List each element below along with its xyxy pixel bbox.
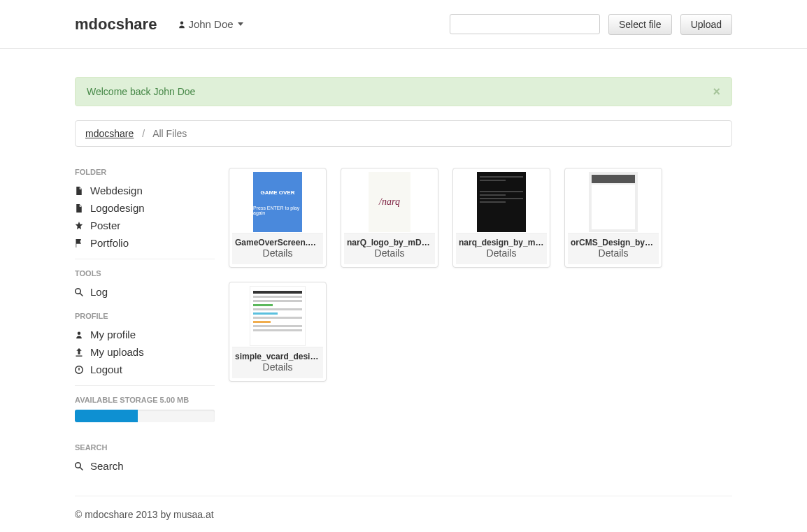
details-link[interactable]: Details — [235, 361, 320, 373]
tools-header: TOOLS — [75, 269, 215, 278]
sidebar-item-label: Poster — [90, 220, 120, 231]
storage-header: AVAILABLE STORAGE 5.00 MB — [75, 396, 215, 404]
footer-text: © mdocshare 2013 by musaa.at — [75, 509, 214, 520]
file-name: narq_design_by_mD_06.pn... — [459, 238, 544, 247]
search-icon — [75, 462, 85, 470]
sidebar-item-webdesign[interactable]: Webdesign — [75, 182, 215, 199]
file-icon — [75, 187, 85, 195]
thumbnail-image — [568, 171, 659, 233]
file-name: GameOverScreen.png — [235, 238, 320, 247]
sidebar-item-label: Logout — [90, 364, 122, 375]
search-header: SEARCH — [75, 443, 215, 452]
details-link[interactable]: Details — [571, 247, 656, 259]
storage-progress-bar — [75, 410, 138, 422]
flag-icon — [75, 239, 85, 247]
upload-icon — [75, 348, 85, 357]
user-dropdown[interactable]: John Doe — [178, 18, 243, 30]
file-thumbnail[interactable]: simple_vcard_design_...Details — [229, 282, 327, 382]
thumbnail-image — [232, 285, 323, 347]
upload-button[interactable]: Upload — [680, 14, 732, 35]
folder-header: FOLDER — [75, 168, 215, 176]
file-name: orCMS_Design_by_mD_0... — [571, 238, 656, 247]
sidebar-item-search[interactable]: Search — [75, 457, 215, 475]
breadcrumb-current: All Files — [152, 128, 187, 139]
sidebar-item-label: My profile — [90, 329, 136, 340]
thumbnail-image: /narq — [344, 171, 435, 233]
sidebar-item-label: Log — [90, 286, 108, 298]
file-thumbnail[interactable]: orCMS_Design_by_mD_0...Details — [564, 168, 662, 268]
power-icon — [75, 366, 85, 374]
sidebar-item-myuploads[interactable]: My uploads — [75, 343, 215, 361]
chevron-down-icon — [238, 22, 243, 26]
user-name: John Doe — [188, 18, 233, 30]
sidebar-item-log[interactable]: Log — [75, 283, 215, 301]
breadcrumb-sep: / — [142, 128, 145, 139]
sidebar-item-label: Search — [90, 460, 124, 472]
sidebar: FOLDER Webdesign Logodesign Poster Portf… — [75, 168, 215, 475]
welcome-alert: Welcome back John Doe × — [75, 77, 732, 106]
file-icon — [75, 204, 85, 213]
file-grid: GAME OVERPress ENTER to play againGameOv… — [229, 168, 732, 475]
sidebar-item-logout[interactable]: Logout — [75, 361, 215, 378]
sidebar-item-label: Logodesign — [90, 202, 145, 214]
navbar: mdocshare John Doe Select file Upload — [0, 0, 807, 49]
search-icon — [75, 288, 85, 296]
breadcrumb-root[interactable]: mdocshare — [85, 128, 134, 139]
sidebar-item-label: Portfolio — [90, 237, 129, 249]
file-thumbnail[interactable]: GAME OVERPress ENTER to play againGameOv… — [229, 168, 327, 268]
details-link[interactable]: Details — [347, 247, 432, 259]
user-icon — [75, 331, 85, 339]
select-file-button[interactable]: Select file — [608, 14, 672, 35]
file-name: simple_vcard_design_... — [235, 352, 320, 361]
file-thumbnail[interactable]: narq_design_by_mD_06.pn...Details — [452, 168, 550, 268]
footer: © mdocshare 2013 by musaa.at — [75, 496, 732, 520]
storage-progress — [75, 410, 215, 422]
thumbnail-image — [456, 171, 547, 233]
details-link[interactable]: Details — [235, 247, 320, 259]
star-icon — [75, 222, 85, 230]
alert-message: Welcome back John Doe — [87, 86, 195, 97]
file-name: narQ_logo_by_mD_06.jpg — [347, 238, 432, 247]
user-icon — [178, 20, 186, 29]
profile-header: PROFILE — [75, 312, 215, 320]
sidebar-item-logodesign[interactable]: Logodesign — [75, 199, 215, 217]
sidebar-item-label: Webdesign — [90, 185, 143, 196]
brand-link[interactable]: mdocshare — [75, 15, 157, 34]
breadcrumb: mdocshare / All Files — [75, 120, 732, 147]
details-link[interactable]: Details — [459, 247, 544, 259]
thumbnail-image: GAME OVERPress ENTER to play again — [232, 171, 323, 233]
file-input[interactable] — [450, 14, 600, 34]
sidebar-item-portfolio[interactable]: Portfolio — [75, 234, 215, 252]
sidebar-item-label: My uploads — [90, 346, 144, 358]
sidebar-item-poster[interactable]: Poster — [75, 217, 215, 234]
alert-close-button[interactable]: × — [713, 85, 720, 99]
sidebar-item-myprofile[interactable]: My profile — [75, 326, 215, 343]
file-thumbnail[interactable]: /narqnarQ_logo_by_mD_06.jpgDetails — [341, 168, 438, 268]
